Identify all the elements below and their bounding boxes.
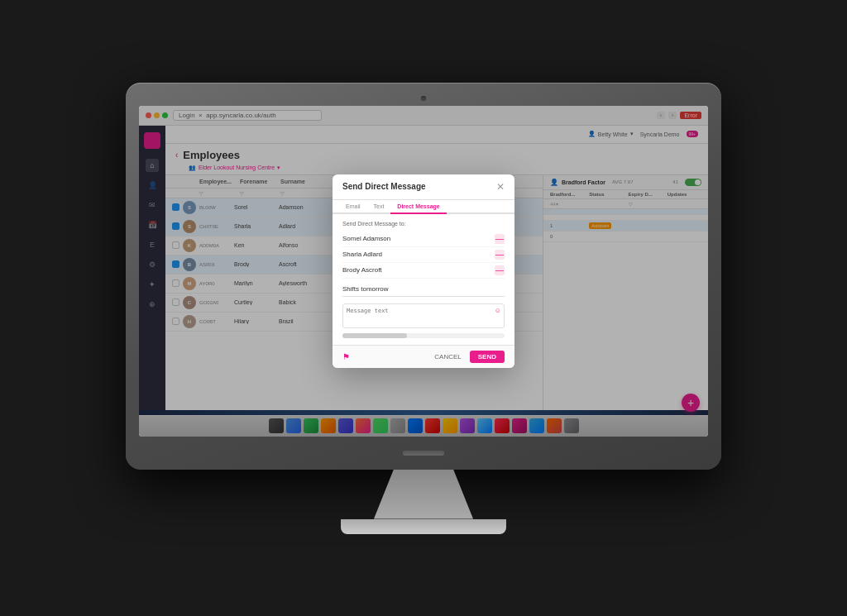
recipient-name: Brody Ascroft	[342, 266, 382, 274]
modal-close-button[interactable]: ✕	[496, 181, 505, 193]
monitor-stand	[374, 470, 473, 519]
monitor-chin	[139, 437, 708, 470]
modal-footer: ⚑ CANCEL SEND	[333, 345, 514, 368]
recipient-name: Sharla Adlard	[342, 251, 382, 258]
tab-direct-message[interactable]: Direct Message	[390, 200, 446, 214]
scroll-thumb[interactable]	[342, 333, 407, 338]
recipient-item: Sharla Adlard —	[342, 247, 505, 263]
flag-icon[interactable]: ⚑	[342, 352, 350, 361]
tab-text[interactable]: Text	[367, 200, 391, 214]
recipient-name: Somel Adamson	[342, 235, 390, 242]
cancel-button[interactable]: CANCEL	[429, 351, 466, 363]
emoji-icon[interactable]: ☺	[495, 307, 501, 314]
modal-header: Send Direct Message ✕	[333, 174, 514, 200]
modal-body: Send Direct Message to: Somel Adamson — …	[333, 214, 514, 345]
message-subject-input[interactable]	[342, 282, 505, 297]
send-to-label: Send Direct Message to:	[342, 221, 505, 227]
scroll-track	[342, 333, 505, 338]
monitor-base	[341, 519, 506, 534]
modal-overlay: Send Direct Message ✕ Email Text Direct …	[139, 106, 708, 437]
recipient-item: Brody Ascroft —	[342, 263, 505, 279]
send-button[interactable]: SEND	[470, 351, 505, 363]
recipient-item: Somel Adamson —	[342, 232, 505, 247]
modal-footer-left: ⚑	[342, 352, 350, 361]
monitor-screen: Login × app.syncarla.co.uk/auth ‹ › Erro…	[139, 106, 708, 437]
remove-recipient-2[interactable]: —	[495, 265, 505, 275]
tab-email[interactable]: Email	[339, 200, 367, 214]
modal-footer-actions: CANCEL SEND	[429, 351, 505, 363]
remove-recipient-1[interactable]: —	[495, 250, 505, 260]
remove-recipient-0[interactable]: —	[495, 234, 505, 244]
monitor-logo	[403, 451, 444, 456]
send-message-modal: Send Direct Message ✕ Email Text Direct …	[333, 174, 514, 368]
modal-tabs: Email Text Direct Message	[333, 200, 514, 214]
message-area-wrapper: ☺	[342, 303, 505, 330]
message-textarea[interactable]	[342, 303, 505, 328]
app-container: Login × app.syncarla.co.uk/auth ‹ › Erro…	[139, 106, 708, 437]
modal-title: Send Direct Message	[342, 182, 426, 191]
